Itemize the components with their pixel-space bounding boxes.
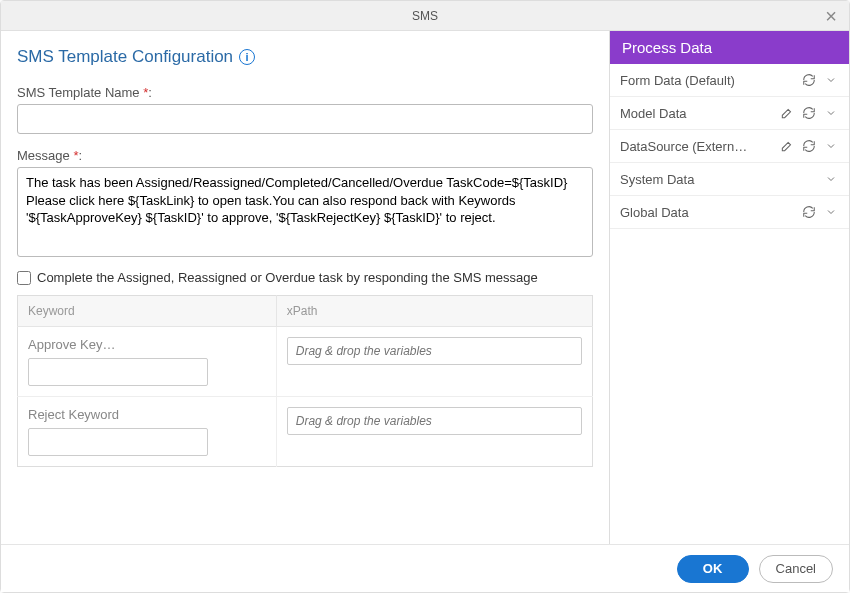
process-data-item[interactable]: Form Data (Default) [610,64,849,97]
process-data-item[interactable]: Model Data [610,97,849,130]
refresh-icon[interactable] [801,105,817,121]
approve-xpath-drop[interactable] [287,337,582,365]
refresh-icon[interactable] [801,138,817,154]
refresh-icon[interactable] [801,72,817,88]
process-data-item[interactable]: Global Data [610,196,849,229]
reject-key-label: Reject Keyword [28,407,266,422]
template-name-input[interactable] [17,104,593,134]
template-name-label-text: SMS Template Name [17,85,143,100]
page-title: SMS Template Configuration i [17,47,255,67]
edit-icon[interactable] [779,105,795,121]
keyword-table: Keyword xPath Approve Key… [17,295,593,467]
chevron-down-icon[interactable] [823,171,839,187]
process-data-item-label: Global Data [620,205,795,220]
refresh-icon[interactable] [801,204,817,220]
info-icon[interactable]: i [239,49,255,65]
table-row: Approve Key… [18,327,593,397]
col-xpath: xPath [276,296,592,327]
complete-task-checkbox[interactable] [17,271,31,285]
process-data-item-label: System Data [620,172,817,187]
sms-dialog: SMS × SMS Template Configuration i SMS T… [0,0,850,593]
chevron-down-icon[interactable] [823,105,839,121]
page-title-text: SMS Template Configuration [17,47,233,67]
process-data-panel: Process Data Form Data (Default)Model Da… [609,31,849,544]
required-marker: * [73,148,78,163]
process-data-header: Process Data [610,31,849,64]
approve-key-label: Approve Key… [28,337,266,352]
template-name-label: SMS Template Name *: [17,85,593,100]
chevron-down-icon[interactable] [823,138,839,154]
cancel-button[interactable]: Cancel [759,555,833,583]
main-panel: SMS Template Configuration i SMS Templat… [1,31,609,544]
close-icon[interactable]: × [821,4,841,28]
col-keyword: Keyword [18,296,277,327]
dialog-footer: OK Cancel [1,544,849,592]
chevron-down-icon[interactable] [823,72,839,88]
dialog-titlebar: SMS × [1,1,849,31]
reject-key-input[interactable] [28,428,208,456]
required-marker: * [143,85,148,100]
complete-task-label: Complete the Assigned, Reassigned or Ove… [37,270,538,285]
message-label: Message *: [17,148,593,163]
approve-key-input[interactable] [28,358,208,386]
message-label-text: Message [17,148,73,163]
dialog-body: SMS Template Configuration i SMS Templat… [1,31,849,544]
message-textarea[interactable] [17,167,593,257]
process-data-item-label: Model Data [620,106,773,121]
complete-task-checkbox-row: Complete the Assigned, Reassigned or Ove… [17,270,593,285]
reject-xpath-drop[interactable] [287,407,582,435]
process-data-item-label: DataSource (Extern… [620,139,773,154]
chevron-down-icon[interactable] [823,204,839,220]
process-data-item[interactable]: System Data [610,163,849,196]
table-row: Reject Keyword [18,397,593,467]
process-data-item-label: Form Data (Default) [620,73,795,88]
process-data-item[interactable]: DataSource (Extern… [610,130,849,163]
ok-button[interactable]: OK [677,555,749,583]
dialog-title: SMS [412,9,438,23]
edit-icon[interactable] [779,138,795,154]
